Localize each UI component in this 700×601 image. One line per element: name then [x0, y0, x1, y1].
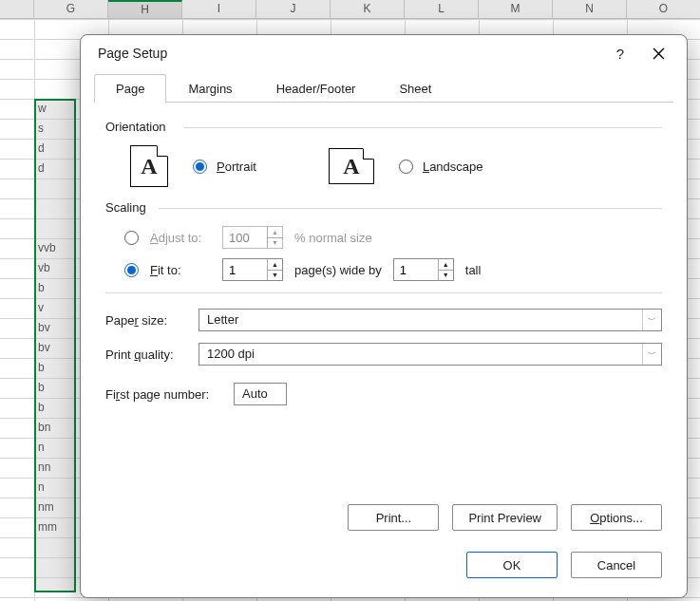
landscape-label: Landscape	[423, 160, 483, 174]
cell[interactable]: nm	[38, 498, 76, 517]
help-button[interactable]: ?	[601, 39, 639, 67]
dialog-title: Page Setup	[98, 46, 601, 61]
paper-size-label: Paper size:	[105, 313, 199, 328]
col-header[interactable]: O	[627, 0, 700, 18]
cell[interactable]: vb	[38, 258, 76, 278]
fit-tall-suffix: tall	[465, 263, 482, 277]
col-header[interactable]: K	[331, 0, 405, 18]
first-page-row: First page number: Auto	[105, 383, 662, 405]
spinner-down-icon[interactable]: ▼	[268, 271, 282, 281]
cell[interactable]	[38, 178, 76, 198]
fit-to-row: Fit to: ▲▼ page(s) wide by ▲▼ tall	[105, 258, 662, 281]
portrait-label: Portrait	[217, 160, 256, 174]
landscape-page-icon: A	[329, 148, 374, 184]
paper-size-combo[interactable]: Letter ﹀	[199, 309, 662, 331]
close-button[interactable]	[639, 39, 677, 67]
cell[interactable]: b	[38, 378, 76, 398]
adjust-to-input[interactable]	[223, 227, 267, 248]
first-page-input[interactable]: Auto	[234, 383, 287, 405]
print-quality-label: Print quality:	[105, 347, 199, 362]
cell[interactable]	[38, 218, 76, 238]
print-quality-combo[interactable]: 1200 dpi ﹀	[199, 343, 662, 366]
fit-to-radio[interactable]	[124, 263, 139, 277]
print-button[interactable]: Print...	[348, 504, 439, 531]
col-header[interactable]: J	[256, 0, 331, 18]
cell[interactable]: d	[38, 139, 76, 159]
chevron-down-icon[interactable]: ﹀	[642, 310, 661, 330]
chevron-down-icon[interactable]: ﹀	[642, 344, 661, 365]
spinner-up-icon[interactable]: ▲	[268, 227, 282, 238]
orientation-group: Orientation A Portrait A Landscape	[105, 120, 662, 187]
cell[interactable]: s	[38, 119, 76, 139]
cell[interactable]: vvb	[38, 238, 76, 258]
col-header[interactable]: I	[182, 0, 256, 18]
close-icon	[653, 47, 665, 60]
adjust-to-row: Adjust to: ▲▼ % normal size	[105, 226, 662, 249]
landscape-radio[interactable]	[399, 160, 413, 174]
page-setup-dialog: Page Setup ? PageMarginsHeader/FooterShe…	[80, 34, 688, 598]
spinner-up-icon[interactable]: ▲	[268, 259, 282, 271]
cell[interactable]: b	[38, 278, 76, 298]
fit-mid-label: page(s) wide by	[294, 263, 382, 277]
orientation-label: Orientation	[105, 120, 662, 134]
tab-sheet[interactable]: Sheet	[377, 74, 453, 103]
tab-margins[interactable]: Margins	[166, 74, 254, 103]
scaling-label: Scaling	[105, 200, 662, 215]
cell[interactable]: mm	[38, 517, 76, 537]
print-quality-value: 1200 dpi	[199, 344, 642, 365]
col-header[interactable]: H	[108, 0, 182, 18]
dialog-buttons: OK Cancel	[466, 552, 662, 578]
column-headers: GHIJKLMNO	[0, 0, 700, 19]
paper-size-value: Letter	[199, 310, 642, 330]
col-header[interactable]: G	[34, 0, 108, 18]
cancel-button[interactable]: Cancel	[571, 552, 662, 578]
dialog-content: Orientation A Portrait A Landscape	[81, 103, 687, 597]
cell[interactable]: v	[38, 298, 76, 318]
options-button[interactable]: Options...	[571, 504, 662, 531]
print-preview-button[interactable]: Print Preview	[452, 504, 558, 531]
col-header[interactable]: N	[553, 0, 627, 18]
cell[interactable]: b	[38, 358, 76, 378]
scaling-group: Scaling Adjust to: ▲▼ % normal size Fit …	[105, 200, 662, 281]
spinner-up-icon[interactable]: ▲	[439, 259, 453, 271]
fit-tall-input[interactable]	[394, 259, 438, 280]
adjust-to-suffix: % normal size	[294, 231, 372, 245]
first-page-label: First page number:	[105, 387, 234, 402]
fit-tall-spinner[interactable]: ▲▼	[393, 258, 454, 281]
titlebar: Page Setup ?	[81, 35, 687, 71]
spinner-down-icon[interactable]: ▼	[439, 271, 453, 281]
tab-header-footer[interactable]: Header/Footer	[255, 74, 378, 103]
action-buttons: Print... Print Preview Options...	[348, 504, 662, 531]
cell[interactable]: n	[38, 478, 76, 498]
cell[interactable]: w	[38, 99, 76, 119]
cell[interactable]: b	[38, 398, 76, 418]
cell[interactable]: n	[38, 438, 76, 458]
col-header[interactable]: M	[479, 0, 553, 18]
cell[interactable]	[38, 198, 76, 218]
tab-page[interactable]: Page	[94, 74, 166, 103]
adjust-to-spinner[interactable]: ▲▼	[222, 226, 283, 249]
cell[interactable]: bv	[38, 338, 76, 358]
col-header[interactable]: L	[405, 0, 479, 18]
tabstrip: PageMarginsHeader/FooterSheet	[81, 71, 687, 102]
portrait-page-icon: A	[130, 145, 168, 187]
paper-size-row: Paper size: Letter ﹀	[105, 309, 662, 331]
cell[interactable]: nn	[38, 458, 76, 478]
fit-wide-spinner[interactable]: ▲▼	[222, 258, 283, 281]
adjust-to-radio[interactable]	[124, 231, 139, 245]
adjust-to-label: Adjust to:	[150, 231, 211, 245]
cell[interactable]: bv	[38, 318, 76, 338]
divider	[105, 292, 662, 293]
fit-wide-input[interactable]	[223, 259, 267, 280]
ok-button[interactable]: OK	[466, 552, 558, 578]
print-quality-row: Print quality: 1200 dpi ﹀	[105, 343, 662, 366]
cell[interactable]: d	[38, 159, 76, 178]
cell[interactable]: bn	[38, 418, 76, 438]
portrait-radio[interactable]	[193, 160, 207, 174]
fit-to-label: Fit to:	[150, 263, 211, 277]
spinner-down-icon[interactable]: ▼	[268, 238, 282, 249]
